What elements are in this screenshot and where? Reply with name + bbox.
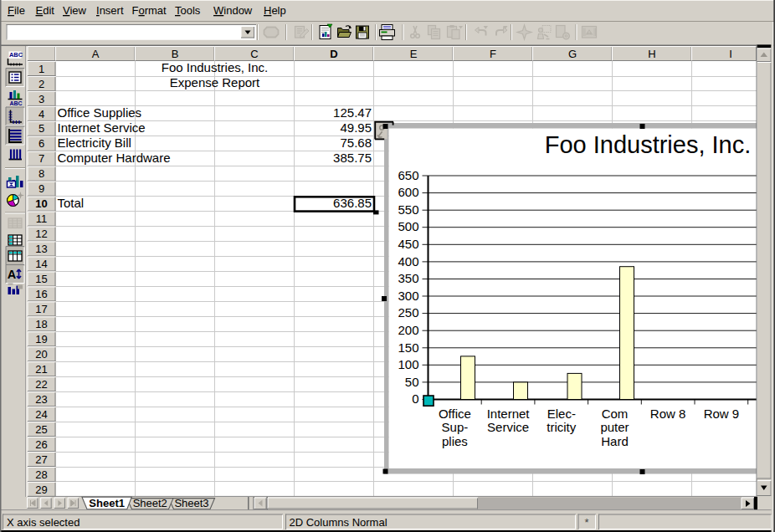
svg-text:Internet Service: Internet Service <box>58 120 146 135</box>
svg-text:350: 350 <box>398 271 418 285</box>
svg-text:Sup-: Sup- <box>442 420 469 434</box>
svg-text:C: C <box>250 48 258 60</box>
svg-text:X axis selected: X axis selected <box>7 516 80 529</box>
svg-text:G: G <box>568 48 577 60</box>
svg-text:25: 25 <box>35 423 47 436</box>
svg-text:600: 600 <box>398 185 418 199</box>
svg-text:ABC: ABC <box>9 51 23 59</box>
svg-text:19: 19 <box>35 333 47 345</box>
svg-text:ABC: ABC <box>9 100 22 106</box>
svg-text:29: 29 <box>35 483 47 496</box>
svg-text:250: 250 <box>398 305 418 320</box>
svg-text:13: 13 <box>35 243 47 255</box>
svg-text:Elec-: Elec- <box>547 407 576 421</box>
svg-text:Foo Industries, Inc.: Foo Industries, Inc. <box>545 131 752 158</box>
svg-text:I: I <box>729 48 732 60</box>
svg-text:23: 23 <box>35 393 47 406</box>
svg-text:Insert: Insert <box>96 4 124 17</box>
svg-text:11: 11 <box>36 212 48 225</box>
svg-text:Sheet2: Sheet2 <box>133 497 167 509</box>
svg-text:4: 4 <box>38 108 44 120</box>
svg-text:Foo Industries, Inc.: Foo Industries, Inc. <box>162 60 269 74</box>
svg-text:Computer Hardware: Computer Hardware <box>58 151 171 165</box>
svg-text:10: 10 <box>35 197 47 210</box>
svg-text:*: * <box>584 516 588 529</box>
svg-text:18: 18 <box>35 318 47 330</box>
svg-text:F: F <box>490 48 496 60</box>
svg-text:100: 100 <box>398 357 418 371</box>
svg-text:9: 9 <box>38 182 44 195</box>
svg-text:Hard: Hard <box>601 434 629 448</box>
svg-text:15: 15 <box>35 273 47 285</box>
svg-text:385.75: 385.75 <box>333 151 372 165</box>
svg-text:125.47: 125.47 <box>333 105 372 120</box>
svg-text:500: 500 <box>398 219 418 233</box>
svg-text:E: E <box>410 48 418 60</box>
svg-text:20: 20 <box>35 348 47 361</box>
svg-text:Total: Total <box>58 196 85 210</box>
svg-text:0: 0 <box>412 391 418 406</box>
svg-text:7: 7 <box>38 152 44 165</box>
svg-text:Window: Window <box>213 4 253 17</box>
svg-text:Service: Service <box>487 420 529 434</box>
svg-text:400: 400 <box>398 254 418 269</box>
svg-text:16: 16 <box>35 288 47 300</box>
svg-text:150: 150 <box>398 340 418 355</box>
svg-text:Sheet1: Sheet1 <box>89 497 125 509</box>
svg-text:300: 300 <box>398 289 418 303</box>
svg-text:Row 8: Row 8 <box>650 407 686 421</box>
svg-text:tricity: tricity <box>547 420 576 434</box>
svg-text:75.68: 75.68 <box>340 136 372 150</box>
svg-text:650: 650 <box>398 168 418 182</box>
svg-text:B: B <box>172 48 179 60</box>
svg-text:Sheet3: Sheet3 <box>174 497 208 509</box>
svg-text:3: 3 <box>38 93 44 105</box>
svg-text:2: 2 <box>38 78 44 90</box>
svg-text:Expense Report: Expense Report <box>170 75 260 90</box>
svg-text:View: View <box>63 4 87 17</box>
svg-text:plies: plies <box>442 434 468 448</box>
svg-text:Help: Help <box>264 4 286 17</box>
svg-text:Office Supplies: Office Supplies <box>58 105 142 120</box>
svg-text:2D Columns Normal: 2D Columns Normal <box>290 516 388 529</box>
svg-text:49.95: 49.95 <box>340 120 372 135</box>
svg-text:5: 5 <box>38 122 44 135</box>
svg-text:26: 26 <box>35 438 47 451</box>
svg-text:22: 22 <box>35 378 47 391</box>
svg-text:File: File <box>8 4 25 17</box>
svg-text:1: 1 <box>38 63 44 75</box>
svg-text:21: 21 <box>35 363 47 376</box>
svg-text:Com: Com <box>602 407 629 421</box>
svg-text:8: 8 <box>38 167 44 180</box>
svg-text:Office: Office <box>439 407 471 421</box>
svg-text:50: 50 <box>405 375 419 389</box>
svg-text:6: 6 <box>38 137 44 150</box>
svg-text:28: 28 <box>35 468 47 481</box>
svg-text:puter: puter <box>600 420 629 434</box>
svg-text:200: 200 <box>398 323 418 337</box>
svg-text:H: H <box>648 48 655 60</box>
svg-text:17: 17 <box>35 303 47 315</box>
svg-text:Edit: Edit <box>36 4 55 17</box>
svg-text:24: 24 <box>35 408 47 421</box>
svg-text:450: 450 <box>398 237 418 251</box>
svg-text:Row 9: Row 9 <box>704 407 740 421</box>
svg-text:Internet: Internet <box>487 407 531 421</box>
svg-text:Tools: Tools <box>175 4 201 17</box>
svg-text:Electricity Bill: Electricity Bill <box>58 136 131 150</box>
svg-text:550: 550 <box>398 202 418 217</box>
svg-text:Format: Format <box>132 4 167 17</box>
svg-text:27: 27 <box>35 453 47 466</box>
svg-text:A: A <box>92 48 100 60</box>
svg-text:D: D <box>330 48 337 60</box>
svg-text:14: 14 <box>35 258 47 270</box>
svg-text:A: A <box>8 268 17 281</box>
svg-text:12: 12 <box>35 228 47 240</box>
